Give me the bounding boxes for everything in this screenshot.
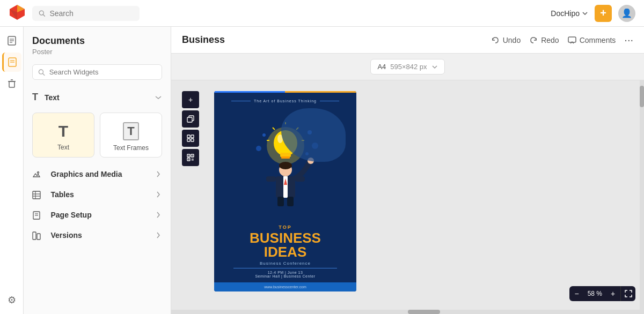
text-section-icon: T [32, 92, 38, 102]
iconbar-settings[interactable]: ⚙ [2, 290, 21, 310]
text-item-text[interactable]: T Text [32, 113, 94, 158]
comments-button[interactable]: Comments [568, 36, 616, 44]
grid-tool[interactable] [182, 130, 199, 147]
size-selector[interactable]: A4 595×842 px [370, 59, 444, 74]
more-button[interactable]: ··· [624, 34, 633, 46]
svg-rect-30 [191, 135, 194, 138]
bottom-scrollbar[interactable] [171, 310, 644, 314]
sidebar-graphics-label: Graphics and Media [50, 170, 122, 178]
settings-icon: ⚙ [8, 294, 16, 306]
sidebar-versions-label: Versions [50, 231, 82, 240]
svg-rect-42 [193, 159, 194, 160]
zoom-plus-icon: + [611, 289, 615, 298]
chevron-down-icon [431, 64, 438, 70]
text-item-frames[interactable]: T Text Frames [100, 113, 162, 158]
comments-label: Comments [580, 36, 616, 44]
poster-divider [233, 268, 337, 268]
iconbar-trash[interactable] [2, 74, 21, 93]
zoom-out-button[interactable]: − [569, 286, 584, 301]
svg-line-51 [273, 128, 275, 130]
redo-button[interactable]: Redo [529, 36, 559, 44]
svg-line-16 [43, 73, 45, 75]
size-value: 595×842 px [390, 63, 427, 71]
sidebar-section-versions: Versions [24, 225, 171, 245]
zoom-in-button[interactable]: + [605, 286, 620, 301]
undo-icon [491, 36, 500, 44]
chevron-right-icon [155, 191, 162, 198]
svg-rect-40 [193, 160, 194, 161]
svg-rect-46 [281, 156, 290, 159]
svg-rect-18 [33, 191, 40, 199]
chevron-down-icon [582, 10, 588, 17]
undo-button[interactable]: Undo [491, 36, 521, 44]
zoom-value: 58 % [584, 290, 605, 297]
icon-bar: ⚙ [0, 27, 24, 314]
poster-tagline: The Art of Business Thinking [214, 99, 356, 103]
chevron-right-icon [155, 170, 162, 178]
add-tool[interactable]: + [182, 91, 199, 108]
qr-tool[interactable] [182, 149, 199, 166]
logo[interactable] [9, 4, 26, 23]
user-menu[interactable]: DocHipo [551, 9, 588, 18]
size-label: A4 [377, 63, 386, 71]
sidebar-graphics-header[interactable]: Graphics and Media [24, 164, 171, 184]
sidebar-section-graphics: Graphics and Media [24, 164, 171, 184]
sidebar-tables-label: Tables [50, 190, 74, 199]
canvas-title: Business [182, 34, 225, 46]
sidebar-search[interactable] [32, 64, 162, 80]
poster[interactable]: The Art of Business Thinking [214, 91, 356, 291]
canvas-area: Business Undo Redo [171, 27, 644, 314]
chevron-down-icon [155, 94, 162, 101]
user-label: DocHipo [551, 9, 580, 18]
svg-rect-66 [277, 197, 284, 206]
svg-point-57 [256, 146, 261, 151]
sidebar-pagesetup-header[interactable]: Page Setup [24, 205, 171, 225]
poster-event-title: Business Conference [223, 261, 348, 266]
svg-rect-29 [187, 135, 190, 138]
svg-rect-36 [188, 155, 189, 156]
sidebar-section-text: T Text T Text T Text Frames [24, 86, 171, 164]
sidebar-section-tables: Tables [24, 184, 171, 205]
add-button[interactable]: + [595, 5, 612, 22]
poster-image-area [214, 103, 356, 220]
table-icon [32, 190, 46, 199]
qr-icon [187, 154, 194, 161]
zoom-minus-icon: − [575, 289, 579, 298]
search-input[interactable] [49, 9, 133, 18]
poster-footer: www.businesscenter.com [214, 282, 356, 291]
versions-icon [32, 230, 46, 240]
poster-bottom: TOP BUSINESS IDEAS Business Conference 1… [214, 220, 356, 280]
copy-icon [187, 115, 194, 123]
sidebar-tables-header[interactable]: Tables [24, 184, 171, 205]
sidebar-search-icon [38, 69, 45, 76]
undo-label: Undo [503, 36, 521, 44]
zoom-expand-button[interactable] [620, 286, 635, 301]
canvas-header: Business Undo Redo [171, 27, 644, 54]
sidebar-text-header[interactable]: T Text [24, 86, 171, 108]
left-tools: + [182, 91, 199, 166]
scrollbar-thumb[interactable] [640, 86, 644, 107]
svg-rect-25 [33, 232, 36, 240]
svg-rect-67 [287, 197, 294, 206]
svg-rect-12 [9, 81, 14, 87]
graphics-icon [32, 169, 46, 178]
iconbar-page[interactable] [2, 53, 21, 72]
bottom-scrollbar-thumb[interactable] [408, 310, 440, 314]
sidebar-pagesetup-label: Page Setup [50, 211, 91, 219]
sidebar-header: Documents Poster [24, 27, 171, 58]
right-scrollbar[interactable] [640, 80, 644, 310]
iconbar-document[interactable] [2, 31, 21, 50]
svg-rect-39 [192, 159, 193, 160]
text-frames-label: Text Frames [113, 144, 149, 152]
copy-tool[interactable] [182, 110, 199, 128]
sidebar-title: Documents [32, 35, 162, 47]
search-bar[interactable] [32, 6, 140, 21]
sidebar: Documents Poster T Text [24, 27, 171, 314]
avatar[interactable]: 👤 [618, 5, 635, 22]
page-icon [32, 210, 46, 219]
canvas-scroll[interactable]: + [171, 80, 644, 310]
sidebar-versions-header[interactable]: Versions [24, 225, 171, 245]
sidebar-search-input[interactable] [49, 68, 156, 76]
svg-rect-38 [188, 159, 189, 160]
text-frames-icon: T [123, 122, 138, 140]
